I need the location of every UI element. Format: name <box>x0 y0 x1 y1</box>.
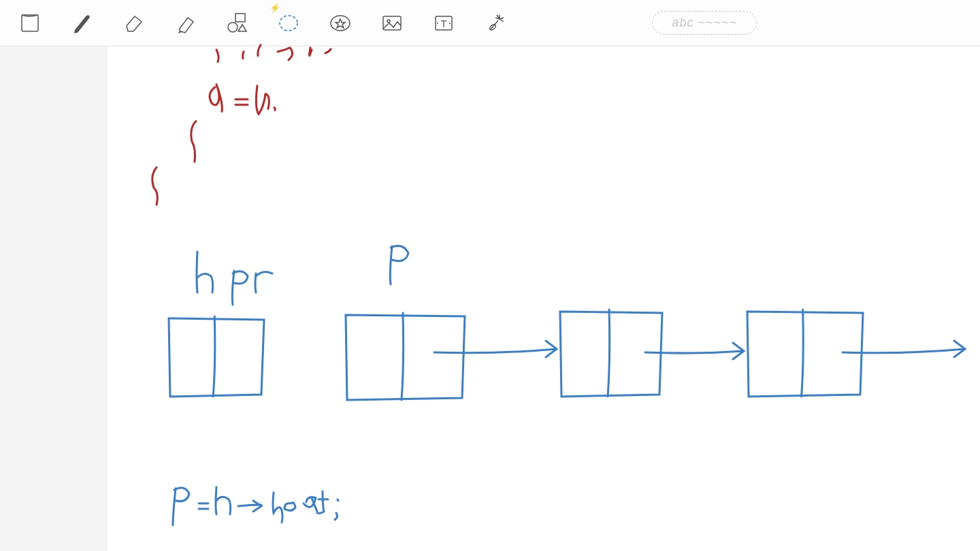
text-tool-button[interactable]: T <box>427 7 460 39</box>
svg-point-6 <box>387 20 390 22</box>
laser-icon <box>483 11 508 35</box>
page-tool-button[interactable] <box>14 7 46 39</box>
ink-layer <box>108 46 980 551</box>
text-icon: T <box>431 11 456 35</box>
eraser-icon <box>121 11 146 35</box>
svg-point-9 <box>437 22 438 24</box>
image-tool-button[interactable] <box>376 7 408 39</box>
highlighter-icon <box>173 11 197 35</box>
pen-icon <box>69 11 94 35</box>
title-input[interactable]: abc ~~~~~ <box>652 11 757 35</box>
title-placeholder-text: abc ~~~~~ <box>672 16 737 29</box>
sticker-tool-button[interactable] <box>324 7 357 39</box>
svg-point-10 <box>449 22 451 24</box>
pen-tool-button[interactable] <box>65 7 98 39</box>
lasso-icon <box>276 11 301 35</box>
image-icon <box>380 11 404 35</box>
highlighter-tool-button[interactable] <box>169 7 201 39</box>
lasso-tool-button[interactable]: ⚡ <box>272 7 305 39</box>
page-icon <box>18 11 42 35</box>
svg-point-3 <box>280 16 297 31</box>
page-surface[interactable] <box>108 46 980 551</box>
svg-text:T: T <box>441 18 447 29</box>
eraser-tool-button[interactable] <box>117 7 150 39</box>
toolbar: ⚡ T abc ~~~~~ <box>0 0 980 46</box>
star-icon <box>328 11 353 35</box>
bluetooth-icon: ⚡ <box>270 3 280 13</box>
svg-rect-0 <box>22 15 38 31</box>
shape-tool-button[interactable] <box>220 7 253 39</box>
svg-point-2 <box>228 22 238 32</box>
laser-pointer-button[interactable] <box>479 7 512 39</box>
svg-rect-1 <box>235 14 245 22</box>
canvas-area[interactable] <box>0 46 980 551</box>
shapes-icon <box>225 11 249 35</box>
